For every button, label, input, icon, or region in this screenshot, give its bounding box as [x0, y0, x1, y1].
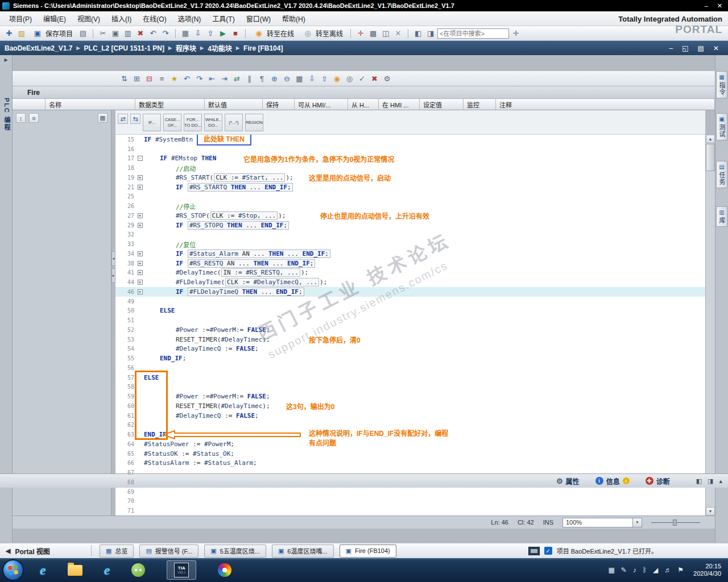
- fold-toggle-icon[interactable]: +: [138, 223, 143, 228]
- ime-pen-icon[interactable]: ✎: [621, 566, 627, 574]
- code-line[interactable]: 56: [115, 363, 705, 373]
- tia-portal-taskbar-button[interactable]: TIAV15.1: [167, 560, 196, 580]
- zoom-dropdown-icon[interactable]: ▼: [632, 518, 642, 527]
- code-line[interactable]: 25: [115, 192, 705, 202]
- snippet-tab[interactable]: REGION: [245, 114, 263, 131]
- table-column-header[interactable]: 可从 HMI/...: [295, 99, 348, 110]
- online-diagnostics-icon[interactable]: ✛: [355, 28, 366, 39]
- code-line[interactable]: 15IF #SystemBtn此处缺 THEN: [115, 135, 705, 144]
- code-line[interactable]: 55END_IF;: [115, 354, 705, 363]
- scroll-down-icon[interactable]: ▼: [706, 507, 715, 516]
- accessible-devices-icon[interactable]: ▩: [367, 28, 379, 39]
- portal-view-button[interactable]: ◀ Portal 视图: [6, 546, 91, 556]
- tab-libraries[interactable]: ▥库: [716, 206, 727, 227]
- table-column-header[interactable]: 默认值: [205, 99, 263, 110]
- compile-block-icon[interactable]: ▦: [293, 73, 305, 85]
- insert-row-icon[interactable]: ⊞: [131, 73, 143, 85]
- snippet-tab[interactable]: (*...*): [225, 114, 243, 131]
- absolute-operand-icon[interactable]: ⇄: [231, 73, 243, 85]
- code-line[interactable]: 57ELSE: [115, 373, 705, 383]
- code-line[interactable]: 59#Power :=#PowerM:= FALSE;: [115, 392, 705, 401]
- delete-row-icon[interactable]: ⊟: [143, 73, 155, 85]
- menu-item[interactable]: 选项(N): [172, 11, 207, 26]
- breadcrumb-item[interactable]: Fire [FB104]: [243, 44, 283, 52]
- fold-toggle-icon[interactable]: +: [138, 251, 143, 256]
- bluetooth-icon[interactable]: ᛒ: [643, 566, 647, 574]
- copy-icon[interactable]: ▣: [110, 28, 121, 39]
- tab-instructions[interactable]: ▦指令: [716, 71, 727, 98]
- new-project-icon[interactable]: ✚: [3, 28, 15, 39]
- cut-icon[interactable]: ✂: [97, 28, 109, 39]
- code-line[interactable]: 52#Power :=#PowerM:= FALSE;: [115, 325, 705, 335]
- settings-icon[interactable]: ⚙: [381, 73, 393, 85]
- volume-icon[interactable]: ♬: [664, 566, 671, 574]
- fold-toggle-icon[interactable]: +: [138, 289, 143, 294]
- menu-item[interactable]: 编辑(E): [38, 11, 72, 26]
- code-line[interactable]: 50ELSE: [115, 306, 705, 316]
- breadcrumb-item[interactable]: 程序块: [176, 43, 196, 53]
- snapshot-icon[interactable]: ◎: [344, 73, 355, 85]
- menu-item[interactable]: 项目(P): [3, 11, 38, 26]
- monitor-onoff-icon[interactable]: ◉: [331, 73, 343, 85]
- menu-item[interactable]: 窗口(W): [241, 11, 276, 26]
- code-line[interactable]: 58: [115, 383, 705, 392]
- code-line[interactable]: 19+#RS_START(CLK := #Start, ...);这里是用的点动…: [115, 173, 705, 182]
- zoom-slider[interactable]: [651, 519, 700, 526]
- code-line[interactable]: 51: [115, 315, 705, 325]
- fold-toggle-icon[interactable]: +: [138, 175, 143, 180]
- print-icon[interactable]: ▤: [77, 28, 89, 39]
- keyboard-icon[interactable]: ▦: [98, 113, 107, 123]
- code-line[interactable]: 41+#DelayTimec(IN := #RS_RESTQ, ...);: [115, 268, 705, 278]
- maximize-inspector-icon[interactable]: ◨: [708, 477, 713, 485]
- taskbar-item-temp-zone-5[interactable]: ▣5五温度区烧...: [204, 544, 266, 558]
- code-line[interactable]: 61#DelayTimecQ := FALSE;: [115, 411, 705, 421]
- open-project-icon[interactable]: ▨: [16, 28, 27, 39]
- code-line[interactable]: 65#StatusOK := #Status_OK;: [115, 449, 705, 459]
- code-line[interactable]: 71: [115, 506, 705, 516]
- close-app-icon[interactable]: ✕: [717, 2, 722, 10]
- code-line[interactable]: 70: [115, 497, 705, 506]
- taskbar-item-alarm-signals[interactable]: ▤报警信号 (F...: [139, 544, 198, 558]
- expand-items-icon[interactable]: ↕: [16, 113, 26, 123]
- menu-item[interactable]: 视图(V): [72, 11, 106, 26]
- restore-window-icon[interactable]: ◱: [682, 44, 688, 52]
- keep-result-icon[interactable]: ⇅: [118, 73, 130, 85]
- collapse-folds-icon[interactable]: ⊖: [281, 73, 293, 85]
- snippet-tab[interactable]: WHILE..DO...: [204, 114, 222, 131]
- folder-icon[interactable]: [68, 565, 82, 576]
- code-line[interactable]: 63END_IF;这种情况说明，IF与END_IF没有配好对，编程有点问题: [115, 430, 705, 439]
- redo-icon[interactable]: ↷: [160, 28, 171, 39]
- go-online-button[interactable]: ◉转至在线: [250, 28, 297, 39]
- breadcrumb-item[interactable]: PLC_L2 [CPU 1511-1 PN]: [84, 44, 164, 52]
- code-line[interactable]: 68: [115, 477, 705, 487]
- audio-icon[interactable]: ♪: [633, 566, 636, 574]
- comment-toggle-icon[interactable]: ∥: [243, 73, 255, 85]
- code-line[interactable]: 60RESET_TIMER(#DelayTimec);这3句，输出为0: [115, 401, 705, 411]
- search-icon[interactable]: ✛: [510, 28, 522, 39]
- vertical-scrollbar[interactable]: ▲ ▼: [705, 135, 715, 516]
- window-layout-icon[interactable]: ▤: [698, 44, 704, 52]
- code-line[interactable]: 38+IF #RS_RESTQ AN ... THEN ... END_IF;: [115, 259, 705, 268]
- paste-icon[interactable]: ▥: [122, 28, 134, 39]
- snippet-tab[interactable]: FOR...TO DO...: [184, 114, 202, 131]
- download-to-device-icon[interactable]: ⇩: [192, 28, 204, 39]
- fold-toggle-icon[interactable]: +: [138, 213, 143, 218]
- taskbar-item-overview[interactable]: ▦总览: [100, 544, 134, 558]
- messenger-icon[interactable]: [131, 563, 145, 577]
- list-view-icon[interactable]: ≡: [29, 113, 39, 123]
- renumber-icon[interactable]: ≡: [156, 73, 168, 85]
- code-line[interactable]: 32: [115, 230, 705, 240]
- fold-toggle-icon[interactable]: +: [138, 280, 143, 285]
- paint-icon[interactable]: [218, 563, 231, 577]
- code-line[interactable]: 17-IF #EMstop THEN它是用急停为1作为条件，急停不为0视为正常情…: [115, 154, 705, 164]
- code-line[interactable]: 33//复位: [115, 239, 705, 249]
- collapse-pane-icon[interactable]: ◂: [111, 251, 115, 266]
- goto-next-icon[interactable]: ⇥: [218, 73, 230, 85]
- fold-toggle-icon[interactable]: +: [138, 270, 143, 275]
- collapse-inspector-icon[interactable]: ▴: [719, 477, 722, 485]
- code-line[interactable]: 53RESET_TIMER(#DelayTimec);按下急停后，清0: [115, 335, 705, 344]
- cross-reference-icon[interactable]: ✕: [392, 28, 404, 39]
- code-line[interactable]: 34+IF #Status_Alarm AN ... THEN ... END_…: [115, 249, 705, 259]
- zoom-select[interactable]: 100% ▼: [562, 518, 642, 527]
- table-column-header[interactable]: 设定值: [420, 99, 464, 110]
